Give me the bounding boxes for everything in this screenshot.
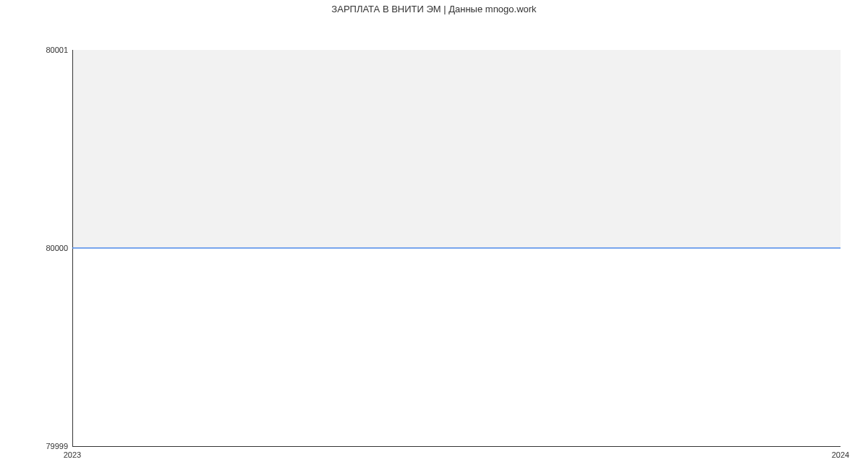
chart-container: ЗАРПЛАТА В ВНИТИ ЭМ | Данные mnogo.work … bbox=[0, 0, 868, 470]
svg-rect-0 bbox=[72, 50, 841, 248]
svg-text:2024: 2024 bbox=[832, 450, 849, 459]
svg-text:80000: 80000 bbox=[46, 244, 68, 252]
line-chart: 79999800008000120232024 bbox=[0, 14, 868, 470]
chart-title: ЗАРПЛАТА В ВНИТИ ЭМ | Данные mnogo.work bbox=[0, 0, 868, 14]
svg-text:2023: 2023 bbox=[64, 450, 81, 459]
svg-text:80001: 80001 bbox=[46, 46, 68, 54]
svg-rect-1 bbox=[72, 248, 841, 446]
svg-text:79999: 79999 bbox=[46, 442, 68, 450]
